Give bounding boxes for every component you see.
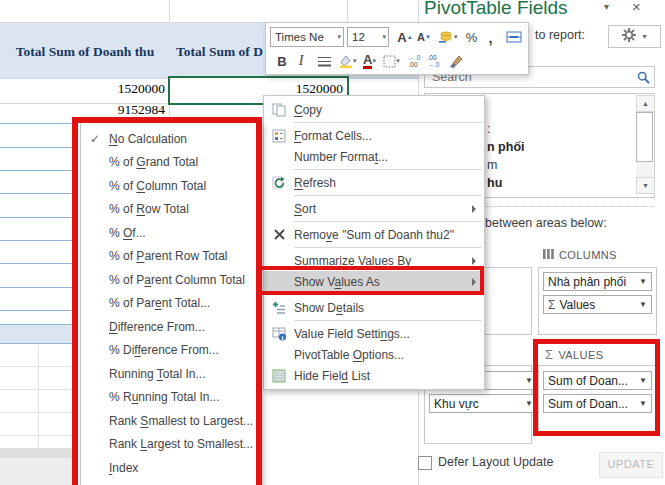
pane-close-icon[interactable]: ×: [632, 0, 641, 15]
shrink-font-button[interactable]: A▼: [415, 28, 433, 47]
dropdown-arrow-icon: ▾: [396, 57, 400, 65]
field-item-fragment[interactable]: :: [487, 122, 490, 136]
grid-line: [0, 170, 73, 171]
pivot-context-menu: CopyFormat Cells...Number Format...Refre…: [263, 95, 485, 390]
font-color-button[interactable]: A ▾: [361, 52, 379, 71]
menu-item-label: Format Cells...: [294, 129, 484, 143]
menu-item-label: Summarize Values By: [294, 254, 472, 268]
hide-field-list-icon: [272, 369, 286, 383]
defer-layout-label: Defer Layout Update: [438, 455, 553, 469]
field-item-fragment[interactable]: n phối: [487, 140, 525, 154]
cell-value[interactable]: 9152984: [60, 102, 165, 118]
pivot-col1-header: Total Sum of Doanh thu: [0, 44, 170, 60]
copy-icon: [272, 103, 286, 117]
font-size-combo[interactable]: 12▾: [347, 27, 389, 47]
menu-item-rank-smallest-to-largest[interactable]: Rank Smallest to Largest...: [81, 409, 260, 433]
menu-item-of-parent-total[interactable]: % of Parent Total...: [81, 292, 260, 316]
menu-item-rank-largest-to-smallest[interactable]: Rank Largest to Smallest...: [81, 433, 260, 457]
menu-item-label: % Of...: [109, 226, 260, 240]
grow-font-button[interactable]: A▲: [396, 28, 414, 47]
menu-separator: [294, 122, 482, 123]
field-item-fragment[interactable]: m: [487, 158, 497, 172]
menu-item-running-total-in[interactable]: % Running Total In...: [81, 386, 260, 410]
border-style-button[interactable]: ▾: [383, 52, 401, 71]
italic-button[interactable]: I: [292, 52, 310, 71]
fill-color-button[interactable]: ▾: [338, 52, 357, 71]
pill-khu-vuc[interactable]: Khu vực ▼: [429, 394, 538, 413]
menu-item-index[interactable]: Index: [81, 456, 260, 480]
menu-item-of-column-total[interactable]: % of Column Total: [81, 174, 260, 198]
grid-line: [0, 389, 73, 390]
menu-separator: [294, 195, 482, 196]
show-details-icon: [272, 301, 286, 315]
menu-separator: [294, 169, 482, 170]
grid-line: [0, 123, 73, 124]
field-list-scrollbar[interactable]: ▲ ▼: [636, 95, 653, 194]
menu-item-pivottable-options[interactable]: PivotTable Options...: [264, 344, 484, 365]
menu-item-label: % of Row Total: [109, 202, 260, 216]
pill-nha-phan-phoi[interactable]: Nhà phân phối ▼: [543, 272, 652, 291]
grid-line: [169, 0, 170, 22]
menu-item-no-calculation[interactable]: ✓No Calculation: [81, 127, 260, 151]
menu-item-of[interactable]: % Of...: [81, 221, 260, 245]
grid-line: [0, 287, 73, 288]
remove-icon: [273, 228, 286, 241]
menu-item-label: Value Field Settings...: [294, 327, 484, 341]
menu-item-of-row-total[interactable]: % of Row Total: [81, 198, 260, 222]
dropdown-arrow-icon: ▾: [353, 57, 357, 65]
pill-sigma-values[interactable]: Σ Values ▼: [543, 295, 652, 314]
grid-line: [0, 310, 73, 311]
scroll-down-icon[interactable]: ▼: [636, 177, 655, 194]
comma-style-button[interactable]: ,: [482, 28, 500, 47]
values-area: Sum of Doan... ▼ Sum of Doan... ▼: [538, 365, 657, 434]
font-name-combo[interactable]: Times Ne▾: [270, 27, 344, 47]
pill-sum-of-doanh-thu[interactable]: Sum of Doan... ▼: [543, 371, 652, 390]
decrease-decimal-button[interactable]: .00→.0: [425, 52, 443, 71]
search-icon[interactable]: [637, 70, 650, 88]
menu-item-sort[interactable]: Sort: [264, 198, 484, 219]
svg-text:i: i: [281, 333, 283, 341]
menu-item-of-parent-column-total[interactable]: % of Parent Column Total: [81, 268, 260, 292]
menu-item-summarize-values-by[interactable]: Summarize Values By: [264, 250, 484, 271]
menu-item-copy[interactable]: Copy: [264, 99, 484, 120]
menu-item-value-field-settings[interactable]: iValue Field Settings...: [264, 323, 484, 344]
grid-line: [0, 449, 73, 458]
update-button[interactable]: UPDATE: [599, 452, 663, 478]
percent-style-button[interactable]: %: [463, 28, 481, 47]
format-painter-button[interactable]: [448, 52, 466, 71]
menu-item-label: Running Total In...: [109, 367, 260, 381]
menu-item-show-details[interactable]: Show Details: [264, 297, 484, 318]
pill-sum-of-doanh-thu2[interactable]: Sum of Doan... ▼: [543, 394, 652, 413]
menu-separator: [294, 320, 482, 321]
field-item-fragment[interactable]: hu: [487, 176, 502, 190]
menu-item-of-grand-total[interactable]: % of Grand Total: [81, 151, 260, 175]
menu-item-show-values-as[interactable]: Show Values As: [264, 271, 484, 292]
menu-item-hide-field-list[interactable]: Hide Field List: [264, 365, 484, 386]
menu-item-refresh[interactable]: Refresh: [264, 172, 484, 193]
merge-center-button[interactable]: [505, 28, 523, 47]
menu-item-label: Difference From...: [109, 320, 260, 334]
grid-line: [347, 0, 348, 22]
scroll-up-icon[interactable]: ▲: [636, 95, 655, 112]
pane-options-chevron-icon[interactable]: ▾: [604, 1, 609, 12]
defer-layout-checkbox[interactable]: [418, 456, 432, 470]
borders-button[interactable]: [315, 52, 333, 71]
menu-item-of-parent-row-total[interactable]: % of Parent Row Total: [81, 245, 260, 269]
scroll-thumb[interactable]: [636, 112, 653, 162]
pane-options-button[interactable]: ▾: [608, 25, 661, 48]
cell-value[interactable]: 1520000: [60, 81, 165, 97]
menu-item-format-cells[interactable]: Format Cells...: [264, 125, 484, 146]
dropdown-arrow-icon: ▾: [337, 33, 341, 41]
menu-item-running-total-in[interactable]: Running Total In...: [81, 362, 260, 386]
menu-item-remove-sum-of-doanh-thu2[interactable]: Remove "Sum of Doanh thu2": [264, 224, 484, 245]
menu-item-label: % Difference From...: [109, 343, 260, 357]
menu-item-difference-from[interactable]: % Difference From...: [81, 339, 260, 363]
menu-item-number-format[interactable]: Number Format...: [264, 146, 484, 167]
bold-button[interactable]: B: [273, 52, 291, 71]
brush-icon: [449, 54, 464, 68]
grid-line: [0, 217, 73, 218]
menu-item-difference-from[interactable]: Difference From...: [81, 315, 260, 339]
accounting-format-button[interactable]: ▾: [438, 28, 458, 47]
increase-decimal-button[interactable]: ←.0.00: [406, 52, 424, 71]
gear-icon: [622, 28, 636, 46]
